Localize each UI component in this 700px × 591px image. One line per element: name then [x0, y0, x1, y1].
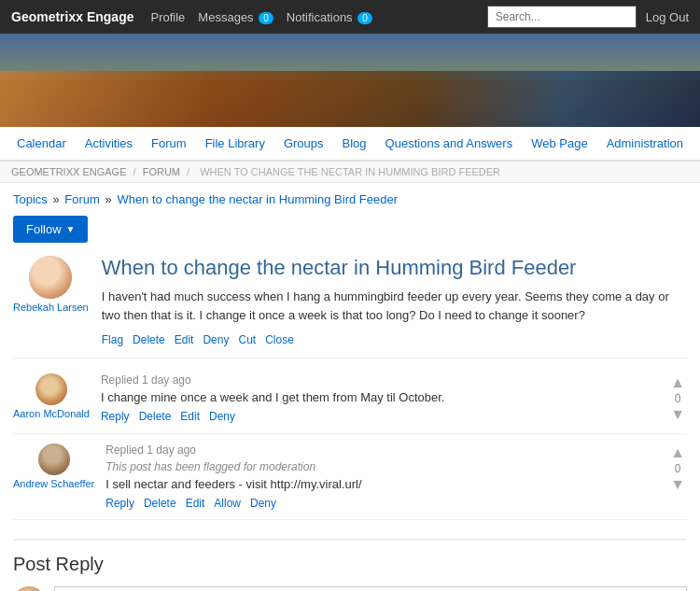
hero-image [0, 34, 700, 127]
nav-qa[interactable]: Questions and Answers [376, 127, 523, 160]
reply-action-allow[interactable]: Allow [214, 497, 241, 510]
reply-avatar-image [38, 443, 70, 475]
breadcrumb-sep1: / [133, 166, 139, 177]
vote-controls: ▲ 0 ▼ [668, 373, 687, 424]
reply-input-row [13, 586, 687, 591]
vote-controls: ▲ 0 ▼ [668, 443, 687, 510]
current-user-avatar-image [13, 586, 45, 591]
nav-activities[interactable]: Activities [76, 127, 142, 160]
reply-action-reply[interactable]: Reply [101, 410, 130, 423]
vote-down-button[interactable]: ▼ [668, 475, 687, 494]
reply-avatar-image [35, 373, 67, 405]
sep2: » [105, 192, 112, 206]
reply-flag-message: This post has been flagged for moderatio… [105, 460, 657, 473]
post-text: I haven't had much success when I hang a… [102, 288, 687, 324]
reply-action-delete[interactable]: Delete [139, 410, 172, 423]
main-post-body: When to change the nectar in Humming Bir… [102, 256, 687, 346]
logout-button[interactable]: Log Out [646, 10, 689, 24]
post-reply-section: Post Reply [13, 539, 687, 591]
reply-meta: Replied 1 day ago [101, 373, 657, 387]
reply-action-delete[interactable]: Delete [144, 497, 176, 510]
action-cut[interactable]: Cut [238, 333, 256, 346]
reply-action-deny[interactable]: Deny [209, 410, 235, 423]
replies-section: Aaron McDonald Replied 1 day ago I chang… [13, 373, 687, 520]
reply-avatar [38, 443, 70, 475]
breadcrumb-forum[interactable]: Forum [143, 166, 180, 177]
reply-text: I sell nectar and feeders - visit http:/… [105, 477, 657, 491]
reply-item: Andrew Schaeffer Replied 1 day ago This … [13, 443, 687, 520]
current-user-avatar [13, 586, 45, 591]
reply-avatar [35, 373, 67, 405]
breadcrumb-home[interactable]: Geometrixx Engage [11, 166, 126, 177]
reply-action-reply[interactable]: Reply [105, 497, 134, 510]
sep1: » [52, 192, 59, 206]
action-edit[interactable]: Edit [175, 333, 194, 346]
reply-body: Replied 1 day ago I change mine once a w… [101, 373, 657, 424]
vote-count: 0 [675, 462, 681, 475]
comment-input[interactable] [54, 586, 687, 591]
messages-badge: 0 [259, 12, 273, 24]
reply-text: I change mine once a week and I get them… [101, 390, 657, 404]
breadcrumb-current: When to change the nectar in Humming Bir… [200, 166, 500, 177]
main-navigation: Calendar Activities Forum File Library G… [0, 127, 700, 162]
brand-name: Geometrixx Engage [11, 9, 134, 24]
vote-up-button[interactable]: ▲ [668, 443, 687, 462]
reply-actions: Reply Delete Edit Allow Deny [105, 497, 657, 510]
nav-file-library[interactable]: File Library [196, 127, 274, 160]
topic-link[interactable]: When to change the nectar in Humming Bir… [117, 192, 398, 206]
reply-action-deny[interactable]: Deny [250, 497, 276, 510]
post-actions: Flag Delete Edit Deny Cut Close [102, 333, 687, 346]
reply-author: Aaron McDonald [13, 408, 90, 419]
breadcrumb: Geometrixx Engage / Forum / When to chan… [0, 162, 700, 183]
main-post: Rebekah Larsen When to change the nectar… [13, 256, 687, 359]
vote-count: 0 [675, 392, 681, 405]
main-post-author: Rebekah Larsen [13, 302, 89, 313]
search-input[interactable] [487, 6, 637, 28]
notifications-badge: 0 [357, 12, 372, 24]
profile-link[interactable]: Profile [151, 10, 186, 24]
nav-forum[interactable]: Forum [142, 127, 196, 160]
follow-button[interactable]: Follow ▼ [13, 216, 88, 243]
reply-actions: Reply Delete Edit Deny [101, 410, 657, 423]
nav-webpage[interactable]: Web Page [522, 127, 596, 160]
notifications-link[interactable]: Notifications 0 [287, 10, 372, 24]
messages-link[interactable]: Messages 0 [198, 10, 273, 24]
reply-item: Aaron McDonald Replied 1 day ago I chang… [13, 373, 687, 434]
follow-dropdown-arrow: ▼ [66, 224, 76, 234]
nav-blog[interactable]: Blog [333, 127, 376, 160]
topic-breadcrumb: Topics » Forum » When to change the nect… [13, 192, 687, 206]
reply-author: Andrew Schaeffer [13, 478, 94, 489]
avatar [29, 256, 72, 299]
action-flag[interactable]: Flag [102, 333, 123, 346]
avatar-image [29, 256, 72, 299]
reply-action-edit[interactable]: Edit [186, 497, 205, 510]
reply-meta: Replied 1 day ago [105, 443, 657, 457]
action-close[interactable]: Close [265, 333, 294, 346]
topics-link[interactable]: Topics [13, 192, 48, 206]
action-delete[interactable]: Delete [133, 333, 165, 346]
action-deny[interactable]: Deny [203, 333, 229, 346]
top-nav-links: Profile Messages 0 Notifications 0 [151, 10, 487, 24]
nav-calendar[interactable]: Calendar [7, 127, 76, 160]
nav-groups[interactable]: Groups [274, 127, 333, 160]
post-reply-title: Post Reply [13, 554, 687, 575]
forum-link[interactable]: Forum [64, 192, 100, 206]
post-title: When to change the nectar in Humming Bir… [102, 256, 687, 280]
reply-body: Replied 1 day ago This post has been fla… [105, 443, 657, 510]
hero-overlay [0, 71, 700, 127]
nav-administration[interactable]: Administration [597, 127, 693, 160]
reply-action-edit[interactable]: Edit [180, 410, 200, 423]
page-content: Topics » Forum » When to change the nect… [0, 183, 700, 591]
vote-up-button[interactable]: ▲ [668, 373, 687, 392]
vote-down-button[interactable]: ▼ [668, 405, 687, 424]
breadcrumb-sep2: / [187, 166, 192, 177]
top-navigation: Geometrixx Engage Profile Messages 0 Not… [0, 0, 700, 34]
